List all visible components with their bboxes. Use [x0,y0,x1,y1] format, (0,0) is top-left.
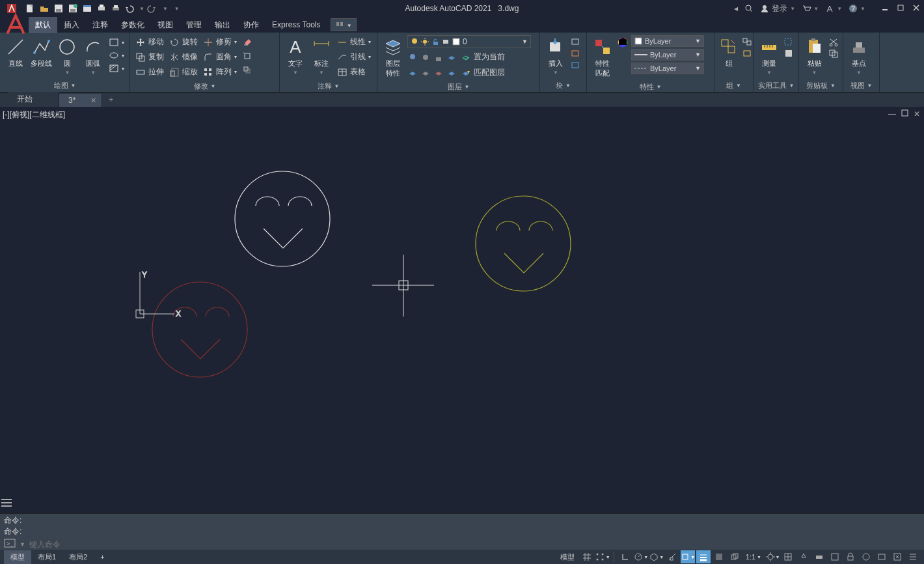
copy-clip-icon[interactable] [828,48,839,59]
linear-button[interactable]: 线性▾ [336,35,372,49]
tab-parametric[interactable]: 参数化 [115,17,151,33]
new-icon[interactable] [25,3,35,14]
array-button[interactable]: 阵列▾ [202,65,238,79]
filetab-start[interactable]: 开始 [8,92,59,107]
group-button[interactable]: 组 [717,34,741,71]
trim-button[interactable]: 修剪▾ [202,35,238,49]
anno-icon[interactable] [796,550,811,563]
lineweight-icon[interactable] [696,550,711,563]
panel-view-title[interactable]: 视图▼ [846,79,876,92]
copy-button[interactable]: 复制 [134,50,165,64]
web-icon[interactable] [82,3,92,14]
erase-icon[interactable] [241,35,254,48]
tab-output[interactable]: 输出 [208,17,237,33]
block-create-icon[interactable] [570,36,580,47]
offset-icon[interactable] [241,64,254,77]
model-toggle[interactable]: 模型 [556,550,578,563]
undo-icon[interactable] [125,3,135,14]
minimize-icon[interactable] [881,4,889,14]
fillet-button[interactable]: 圆角▾ [202,50,238,64]
color-wheel-icon[interactable] [616,36,630,48]
panel-props-title[interactable]: 特性▼ [590,81,711,93]
tab-view[interactable]: 视图 [151,17,180,33]
mirror-button[interactable]: 镜像 [168,50,199,64]
tab-express[interactable]: Express Tools [265,18,327,32]
layer-misc3-icon[interactable] [433,68,444,78]
layout-1[interactable]: 布局1 [31,550,62,564]
layer-misc4-icon[interactable] [446,68,457,78]
rotate-button[interactable]: 旋转 [168,35,199,49]
snap-icon[interactable]: ▼ [595,550,610,563]
layer-off-icon[interactable] [407,52,418,63]
isolate-icon[interactable] [859,550,873,563]
layout-2[interactable]: 布局2 [62,550,94,564]
search-icon[interactable] [744,4,754,13]
layer-misc2-icon[interactable] [420,68,431,78]
workspace-icon[interactable] [781,550,795,563]
add-tab-button[interactable]: + [102,92,120,107]
vp-minimize-icon[interactable]: — [888,109,896,119]
explode-icon[interactable] [241,49,254,63]
tab-featured[interactable]: ▼ [331,18,356,31]
table-button[interactable]: 表格 [336,65,367,79]
saveas-icon[interactable] [68,3,78,14]
layer-iso-icon[interactable] [446,52,457,63]
cut-icon[interactable] [828,36,839,47]
rect-icon[interactable]: ▾ [107,36,126,48]
lock-ui-icon[interactable] [843,550,858,563]
base-button[interactable]: 基点▼ [846,34,872,78]
cycling-icon[interactable] [727,550,742,563]
tab-insert[interactable]: 插入 [57,17,86,33]
block-edit-icon[interactable] [570,48,580,59]
group-edit-icon[interactable] [742,48,752,59]
cmd-prompt-icon[interactable]: >_ [4,539,16,550]
calc-icon[interactable] [783,48,794,59]
panel-clip-title[interactable]: 剪贴板▼ [802,79,840,92]
panel-layer-title[interactable]: 图层▼ [380,81,537,93]
close-icon[interactable] [912,4,920,14]
matchlayer-button[interactable]: 匹配图层 [459,66,506,79]
otrack-icon[interactable] [665,550,679,563]
help-icon[interactable]: ?▼ [849,4,865,13]
viewport[interactable]: [-][俯视][二维线框] — ✕ Y X [0,107,924,499]
stretch-button[interactable]: 拉伸 [134,65,165,79]
polar-icon[interactable]: ▼ [634,550,648,563]
command-input[interactable] [29,540,920,549]
panel-block-title[interactable]: 块▼ [543,79,584,92]
vp-close-icon[interactable]: ✕ [914,109,920,119]
maximize-icon[interactable] [897,4,904,14]
dimension-button[interactable]: 标注▼ [308,34,334,78]
drawing-canvas[interactable]: Y X [0,121,924,499]
panel-modify-title[interactable]: 修改▼ [133,80,277,92]
hatch-icon[interactable]: ▾ [107,63,126,74]
print-icon[interactable] [111,3,121,14]
tab-collab[interactable]: 协作 [237,17,265,33]
grid-icon[interactable] [580,550,594,563]
line-button[interactable]: 直线 [3,34,29,71]
isodraft-icon[interactable]: ▼ [649,550,664,563]
layout-model[interactable]: 模型 [4,550,31,564]
measure-button[interactable]: 测量▼ [756,34,782,78]
autodesk-app-icon[interactable]: ▼ [825,4,842,13]
insert-button[interactable]: 插入▼ [543,34,569,78]
tab-manage[interactable]: 管理 [180,17,208,33]
layout-add[interactable]: + [94,551,111,563]
move-button[interactable]: 移动 [134,35,165,49]
cleanscreen-icon[interactable] [890,550,904,563]
layer-misc1-icon[interactable] [407,68,418,78]
hardware-icon[interactable] [875,550,889,563]
select-icon[interactable] [783,36,794,47]
panel-group-title[interactable]: 组▼ [717,79,750,92]
cart-icon[interactable]: ▼ [802,4,819,13]
open-icon[interactable] [39,3,49,14]
ortho-icon[interactable] [618,550,632,563]
linetype-dropdown[interactable]: ByLayer▼ [631,63,704,74]
plot-icon[interactable] [96,3,107,14]
paste-button[interactable]: 粘贴▼ [802,34,827,78]
block-attr-icon[interactable] [570,60,580,70]
circle-button[interactable]: 圆▼ [55,34,81,78]
annoscale-text[interactable]: 1:1▼ [743,550,764,563]
tab-annotate[interactable]: 注释 [86,17,115,33]
tab-default[interactable]: 默认 [29,17,57,33]
redo-icon[interactable] [148,3,159,14]
